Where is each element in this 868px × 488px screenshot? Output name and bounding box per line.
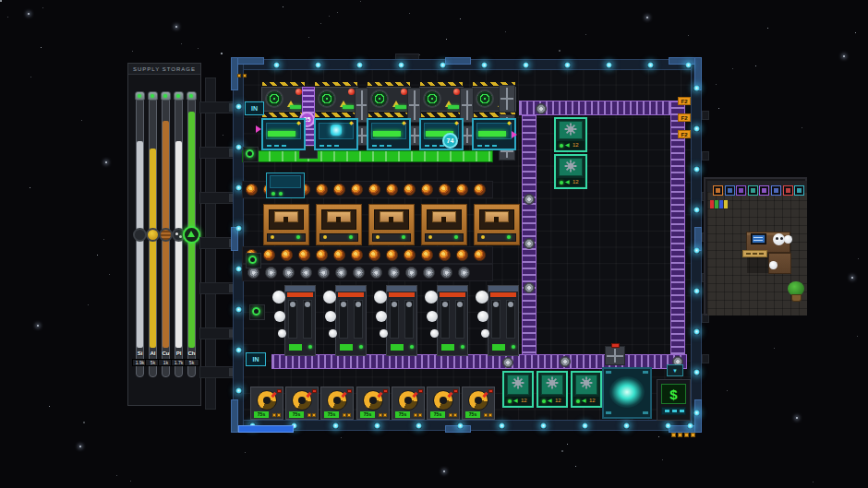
processor-spiral [318,89,336,108]
assembler-chevron-icon: ◀ [565,177,573,185]
generator-rate-label: 75s [254,411,269,418]
generator-alert-chip [418,389,423,393]
generator-dot [418,413,422,417]
conveyor-green[interactable] [242,150,493,162]
analyzer-readout-dash [432,145,437,147]
dropped-ball-item[interactable] [769,261,778,269]
dock-nub [702,151,709,161]
assembler-count-label: 12 [573,140,584,149]
piston-cap [442,302,448,307]
ore-swirl-item [421,184,433,196]
office-room-panel[interactable] [704,177,807,315]
ore-swirl-item [439,184,451,196]
analyzer-readout-dash [485,145,489,147]
shelf-item-glyph [774,188,778,193]
assembler-window [575,375,597,395]
fan-blade [361,128,363,143]
wall-bracket [694,399,702,433]
assembler-count-label: 12 [521,396,530,404]
analyzer-readout-dash [319,145,324,147]
fan-blade [361,90,363,120]
wall-light [564,62,571,68]
ore-swirl-item [298,249,310,261]
gauge-center [404,397,412,404]
wall-light [332,423,339,429]
refinery-heat-bar [338,292,364,297]
refinery-rate-chip [441,344,454,351]
market-label-dash [680,410,684,412]
refinery-rate-chip [289,344,302,351]
wall-bracket [231,399,238,433]
f2-hotkey-tag[interactable]: F2 [678,113,691,122]
chest-indicator [323,235,327,239]
resource-flag-bar [710,200,714,208]
wall-light [416,423,422,429]
analyzer-readout-dash [282,145,286,147]
generator-rate-label: 75s [324,411,339,418]
resource-flag-bar [719,200,723,208]
plant-pot [791,294,802,302]
refinery-heat-bar [490,292,516,297]
corner-marker-dot [671,433,676,437]
gear-part-item [524,238,535,249]
processor-spiral [370,89,389,108]
wall-bracket [445,57,471,65]
piston-cap [392,302,397,307]
generator-alert-chip [277,389,282,393]
analyzer-progress [268,131,295,137]
gear-part-item [536,103,547,114]
gem-icon: ◆ [296,120,303,126]
resource-flag-bar [724,200,728,208]
game-viewport: SUPPLY STORAGE Si1.9kAl5kCu1kPl1.7kCh5k … [0,0,868,488]
refinery-header [438,286,467,292]
analyzer-readout-dash [327,145,332,147]
gear-part-item [502,357,513,368]
wall-light [235,225,242,232]
ore-swirl-item [263,249,275,261]
gear-part-item [318,267,330,279]
corner-marker-dot [684,433,689,437]
assembler-led [542,399,546,403]
ore-swirl-item [316,249,328,261]
ore-swirl-item [281,249,293,261]
analyzer-readout-dash [267,145,271,147]
generator-rate-label: 75s [430,411,445,418]
wall-light [235,144,242,150]
chest-indicator [481,235,485,239]
assembler-led [576,399,580,403]
f2-hotkey-tag[interactable]: F2 [678,97,691,105]
monitor-text-line [753,237,763,238]
shelf-item-glyph [716,188,720,193]
conveyor-right[interactable] [670,101,685,362]
gear-part-item [335,267,347,279]
refinery-led [308,345,312,349]
assembler-count-label: 12 [589,396,598,404]
analyzer-readout-dash [334,145,339,147]
f2-hotkey-tag[interactable]: F2 [678,130,691,138]
wall-light [457,423,464,429]
steam-puff [278,329,286,338]
assembler-window [541,375,563,395]
corner-marker-dot [243,74,247,77]
fan-blade [614,349,616,363]
chest-keyhole [494,217,499,222]
analyzer-readout-dash [380,145,384,147]
generator-dot [277,413,281,417]
refinery-header [488,286,518,292]
output-chute[interactable]: ▾ [667,364,683,376]
processor-spiral [476,89,494,108]
processor-progress [395,105,406,109]
wall-light [606,62,612,68]
gear-part-item [388,267,400,279]
gauge-center [440,397,447,404]
ore-swirl-item [333,184,345,196]
wall-light [693,125,700,132]
refinery-header [285,286,315,292]
belt-counter-badge: 74 [442,133,458,149]
ore-swirl-item [246,184,258,196]
processor-red-light [401,89,407,95]
chest-indicator [271,235,274,239]
shelf-item-glyph [762,188,766,193]
chest-keyhole [441,217,446,222]
assembler-led [560,144,563,148]
